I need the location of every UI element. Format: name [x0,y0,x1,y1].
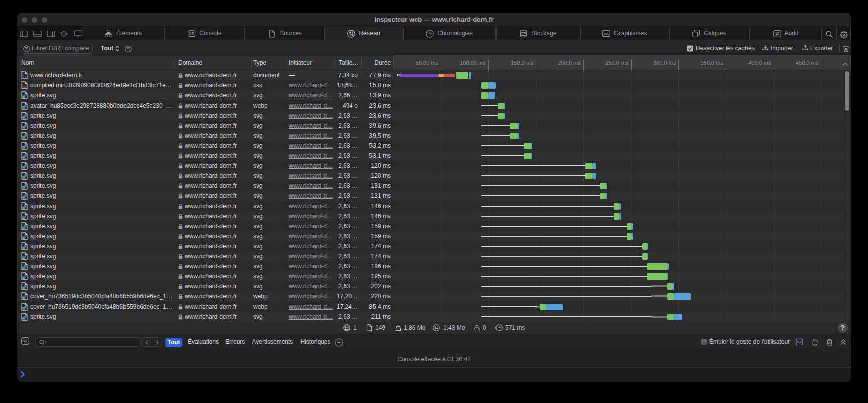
svg-text:css: css [22,85,28,88]
